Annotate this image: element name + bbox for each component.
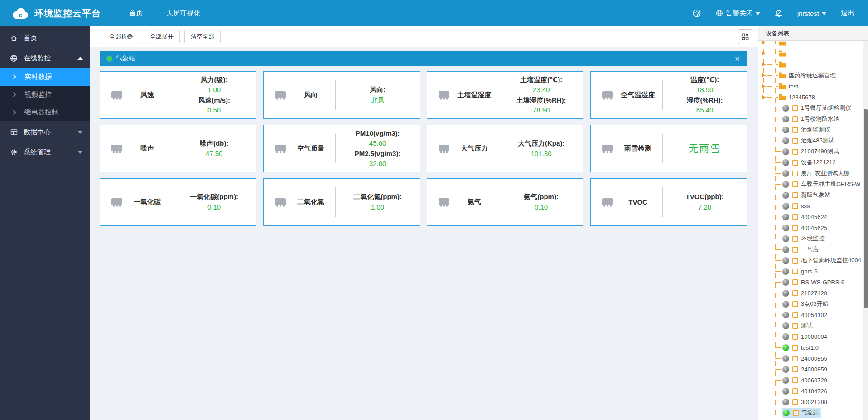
tree-scrollbar[interactable] — [863, 41, 868, 420]
tree-device-row[interactable]: 测试 — [758, 320, 868, 331]
tree-device-row[interactable]: RS-WS-GPRS-6 — [758, 277, 868, 288]
expand-toggle-icon[interactable] — [762, 41, 765, 45]
tree-device-row[interactable]: 新版气象站 — [758, 190, 868, 200]
device-checkbox[interactable] — [792, 377, 798, 383]
tree-device-row[interactable]: 24000855 — [758, 353, 868, 364]
device-checkbox[interactable] — [792, 127, 798, 133]
nav-link-bigscreen[interactable]: 大屏可视化 — [166, 9, 200, 18]
tree-device-row[interactable]: gprs-6 — [758, 266, 868, 277]
sidebar-item-relay-control[interactable]: 继电器控制 — [0, 103, 90, 121]
device-checkbox[interactable] — [792, 236, 798, 242]
tree-device-row[interactable]: 环境监控 — [758, 233, 868, 244]
sidebar-item-home[interactable]: 首页 — [0, 28, 90, 48]
tree-device-row[interactable]: 40060729 — [758, 375, 868, 386]
device-label[interactable]: 环境监控 — [801, 234, 825, 243]
collapse-all-button[interactable]: 全部折叠 — [103, 30, 139, 43]
device-label[interactable]: 地下管廊环境监控4004 — [801, 256, 861, 264]
tree-folder-row[interactable]: 国药冷链运输管理 — [758, 70, 868, 81]
notifications-muted-icon[interactable] — [775, 9, 783, 17]
device-label[interactable]: 展厅 农业测试大棚 — [801, 169, 850, 177]
folder-label[interactable]: 12345678 — [789, 94, 815, 101]
device-checkbox[interactable] — [792, 105, 798, 111]
device-label[interactable]: 30021288 — [801, 399, 827, 405]
device-label[interactable]: 设备1221212 — [801, 158, 836, 166]
tree-device-row[interactable]: ✓气象站 — [758, 407, 868, 418]
device-label[interactable]: 油烟485测试 — [801, 137, 834, 145]
sidebar-item-realtime-data[interactable]: 实时数据 — [0, 68, 90, 86]
tree-folder-row[interactable]: test — [758, 81, 868, 92]
device-label[interactable]: 油烟监测仪 — [801, 126, 830, 134]
device-label[interactable]: sss — [801, 203, 810, 210]
device-checkbox[interactable] — [792, 247, 798, 253]
device-label[interactable]: 车载无线主机GPRS-W — [801, 180, 860, 188]
tree-device-row[interactable]: 30021288 — [758, 396, 868, 407]
device-checkbox[interactable] — [792, 171, 798, 176]
sidebar-item-system-management[interactable]: 系统管理 — [0, 142, 90, 162]
device-checkbox[interactable] — [792, 290, 798, 296]
nav-link-home[interactable]: 首页 — [129, 9, 143, 18]
tree-device-row[interactable]: 40045625 — [758, 222, 868, 233]
device-checkbox[interactable] — [792, 399, 798, 405]
device-label[interactable]: gprs-6 — [801, 268, 818, 275]
theme-palette-icon[interactable] — [692, 9, 701, 18]
device-checkbox[interactable] — [792, 345, 798, 351]
tree-device-row[interactable]: 1号餐厅油烟检测仪 — [758, 103, 868, 113]
tree-folder-row[interactable] — [758, 41, 868, 48]
device-label[interactable]: 1号楼消防水池 — [801, 115, 839, 123]
device-checkbox[interactable] — [792, 116, 798, 122]
device-label[interactable]: 一号店 — [801, 245, 819, 254]
device-checkbox[interactable] — [792, 334, 798, 340]
tree-device-row[interactable]: 40054102 — [758, 309, 868, 320]
expand-toggle-icon[interactable] — [762, 84, 765, 88]
sidebar-item-data-center[interactable]: 数据中心 — [0, 122, 90, 142]
device-label[interactable]: RS-WS-GPRS-6 — [801, 279, 844, 286]
device-label[interactable]: 气象站 — [801, 409, 819, 417]
tree-folder-row[interactable] — [758, 48, 868, 59]
device-label[interactable]: 21027428 — [801, 290, 827, 297]
device-checkbox[interactable] — [792, 323, 798, 329]
device-checkbox[interactable] — [792, 356, 798, 361]
tree-device-row[interactable]: test1.0 — [758, 342, 868, 353]
device-label[interactable]: 1号餐厅油烟检测仪 — [801, 104, 851, 112]
tree-device-row[interactable]: 10000004 — [758, 331, 868, 342]
device-checkbox[interactable] — [792, 269, 798, 274]
tree-device-row[interactable]: 油烟监测仪 — [758, 124, 868, 135]
expand-toggle-icon[interactable] — [762, 95, 765, 99]
device-checkbox[interactable] — [792, 388, 798, 394]
device-label[interactable]: 40060729 — [801, 377, 827, 384]
device-checkbox[interactable] — [792, 301, 798, 307]
tree-device-row[interactable]: 21007490测试 — [758, 146, 868, 157]
clear-all-button[interactable]: 清空全部 — [184, 30, 221, 43]
device-label[interactable]: 测试 — [801, 322, 813, 330]
device-label[interactable]: 40104726 — [801, 388, 827, 395]
device-label[interactable]: 24000855 — [801, 355, 827, 362]
device-label[interactable]: 40054102 — [801, 312, 827, 318]
expand-toggle-icon[interactable] — [762, 51, 765, 56]
tree-device-row[interactable]: 设备1221212 — [758, 157, 868, 168]
tree-device-row[interactable]: 40045624 — [758, 211, 868, 222]
device-label[interactable]: 40045625 — [801, 225, 827, 231]
tree-scrollbar-thumb[interactable] — [864, 109, 868, 308]
device-checkbox[interactable] — [792, 203, 798, 209]
tree-device-row[interactable]: 3点03开始 — [758, 298, 868, 309]
tree-device-row[interactable]: 40104726 — [758, 386, 868, 396]
device-label[interactable]: 40045624 — [801, 214, 827, 220]
device-label[interactable]: test1.0 — [801, 344, 819, 351]
tree-folder-row[interactable]: 12345678 — [758, 92, 868, 103]
device-checkbox[interactable] — [792, 258, 798, 264]
tree-device-row[interactable]: 一号店 — [758, 244, 868, 255]
tree-device-row[interactable]: sss — [758, 200, 868, 211]
device-label[interactable]: 3点03开始 — [801, 300, 829, 308]
expand-toggle-icon[interactable] — [762, 62, 765, 67]
expand-all-button[interactable]: 全部展开 — [144, 30, 180, 43]
device-checkbox[interactable] — [792, 138, 798, 144]
tree-device-row[interactable]: 24000859 — [758, 364, 868, 375]
tree-device-row[interactable]: 车载无线主机GPRS-W — [758, 179, 868, 190]
alarm-toggle[interactable]: 告警关闭 — [716, 9, 760, 18]
device-checkbox[interactable] — [792, 312, 798, 318]
device-label[interactable]: 新版气象站 — [801, 191, 830, 199]
device-checkbox[interactable]: ✓ — [793, 410, 799, 416]
folder-label[interactable]: 国药冷链运输管理 — [789, 71, 836, 79]
device-checkbox[interactable] — [792, 181, 798, 187]
tree-device-row[interactable]: 1号楼消防水池 — [758, 113, 868, 124]
